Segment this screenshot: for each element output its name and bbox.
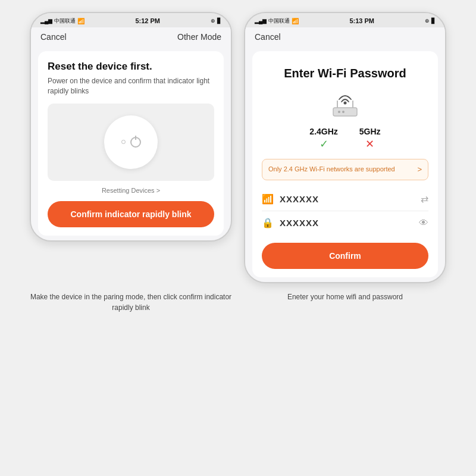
router-svg <box>324 89 366 121</box>
status-bar-1: ▂▄▆ 中国联通 📶 5:12 PM ⊕ ▊ <box>31 13 231 27</box>
carrier-signal-1: ▂▄▆ 中国联通 📶 <box>40 17 84 25</box>
main-container: ▂▄▆ 中国联通 📶 5:12 PM ⊕ ▊ Cancel Other Mode… <box>0 0 476 283</box>
carrier-name-1: 中国联通 <box>54 17 76 25</box>
caption-left: Make the device in the paring mode, then… <box>30 292 232 313</box>
alarm-icon-1: ⊕ <box>211 18 215 24</box>
warning-text: Only 2.4 GHz Wi-Fi networks are supporte… <box>268 165 395 174</box>
freq-5-item: 5GHz ✕ <box>359 127 381 151</box>
ssid-action-icon[interactable]: ⇄ <box>421 193 428 205</box>
power-line <box>135 136 136 140</box>
phone-2: ▂▄▆ 中国联通 📶 5:13 PM ⊕ ▊ Cancel Enter Wi-F… <box>244 12 446 283</box>
captions-row: Make the device in the paring mode, then… <box>0 283 476 313</box>
freq-5-label: 5GHz <box>359 127 381 136</box>
battery-icon-2: ▊ <box>431 18 436 24</box>
password-eye-icon[interactable]: 👁 <box>419 218 428 228</box>
signal-bars-2: ▂▄▆ <box>255 18 267 24</box>
screen-2: Cancel Enter Wi-Fi Password <box>245 27 445 282</box>
freq-24-label: 2.4GHz <box>309 127 337 136</box>
cancel-button-1[interactable]: Cancel <box>40 32 67 42</box>
device-circle <box>104 115 158 169</box>
freq-row: 2.4GHz ✓ 5GHz ✕ <box>262 127 428 151</box>
resetting-link[interactable]: Resetting Devices > <box>48 187 214 194</box>
card-1: Reset the device first. Power on the dev… <box>38 51 224 236</box>
warning-arrow: > <box>417 164 422 175</box>
time-1: 5:12 PM <box>135 17 160 24</box>
card-subtitle-1: Power on the device and confirm that ind… <box>48 76 214 96</box>
wifi-icon-2: 📶 <box>292 18 299 24</box>
svg-point-5 <box>342 111 345 113</box>
device-power-icon <box>130 137 141 148</box>
ssid-field[interactable]: XXXXXX <box>280 194 415 204</box>
warning-box[interactable]: Only 2.4 GHz Wi-Fi networks are supporte… <box>262 159 428 180</box>
wifi-title: Enter Wi-Fi Password <box>262 67 428 80</box>
battery-icon-1: ▊ <box>217 18 221 24</box>
nav-bar-1: Cancel Other Mode <box>31 27 231 46</box>
cancel-button-2[interactable]: Cancel <box>255 32 281 42</box>
freq-5-cross: ✕ <box>365 137 374 151</box>
device-inner <box>121 137 141 148</box>
svg-point-3 <box>344 102 347 105</box>
carrier-name-2: 中国联通 <box>268 17 290 25</box>
alarm-icon-2: ⊕ <box>425 18 430 24</box>
status-icons-1: ⊕ ▊ <box>211 18 221 24</box>
confirm-blink-button[interactable]: Confirm indicator rapidly blink <box>48 201 214 227</box>
confirm-button[interactable]: Confirm <box>262 243 428 269</box>
nav-bar-2: Cancel <box>245 27 445 46</box>
wifi-icon-1: 📶 <box>77 18 84 24</box>
wifi-input-icon: 📶 <box>262 193 274 205</box>
status-icons-2: ⊕ ▊ <box>425 18 436 24</box>
card-title-1: Reset the device first. <box>48 61 214 73</box>
signal-bars-1: ▂▄▆ <box>40 18 52 24</box>
password-row: 🔒 XXXXXX 👁 <box>262 211 428 234</box>
device-dot <box>121 140 126 144</box>
freq-24-check: ✓ <box>320 137 328 151</box>
router-illustration <box>262 89 428 121</box>
screen-1: Cancel Other Mode Reset the device first… <box>31 27 231 240</box>
ssid-row: 📶 XXXXXX ⇄ <box>262 187 428 211</box>
phone-1: ▂▄▆ 中国联通 📶 5:12 PM ⊕ ▊ Cancel Other Mode… <box>30 12 232 242</box>
device-illustration <box>48 104 214 181</box>
caption-right: Eneter your home wifi and password <box>244 292 446 313</box>
svg-rect-0 <box>333 108 357 116</box>
other-mode-button[interactable]: Other Mode <box>177 32 221 42</box>
card-2: Enter Wi-Fi Password <box>252 51 438 277</box>
svg-point-4 <box>338 111 340 113</box>
status-bar-2: ▂▄▆ 中国联通 📶 5:13 PM ⊕ ▊ <box>245 13 445 27</box>
lock-icon: 🔒 <box>262 217 274 228</box>
freq-24-item: 2.4GHz ✓ <box>309 127 337 151</box>
carrier-signal-2: ▂▄▆ 中国联通 📶 <box>255 17 299 25</box>
time-2: 5:13 PM <box>349 17 374 24</box>
password-field[interactable]: XXXXXX <box>280 218 413 228</box>
